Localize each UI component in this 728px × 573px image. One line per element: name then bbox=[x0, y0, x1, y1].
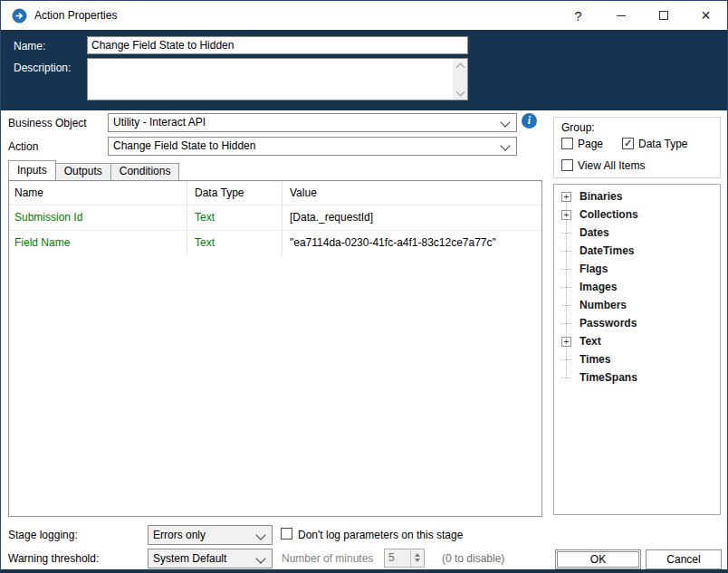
tree-item-images[interactable]: Images bbox=[554, 279, 720, 297]
minutes-stepper[interactable]: 5 bbox=[384, 549, 425, 568]
name-input[interactable] bbox=[87, 36, 468, 54]
spin-up-icon[interactable] bbox=[415, 553, 420, 557]
tree-item-collections[interactable]: + Collections bbox=[554, 206, 720, 224]
expand-icon[interactable]: + bbox=[561, 210, 571, 220]
dont-log-parameters-checkbox[interactable] bbox=[281, 528, 292, 540]
minimize-icon bbox=[617, 15, 626, 16]
tree-item-label: TimeSpans bbox=[580, 371, 637, 384]
help-icon: ? bbox=[574, 8, 581, 24]
page-checkbox[interactable] bbox=[561, 138, 573, 149]
window-controls: ? × bbox=[557, 1, 727, 30]
tree-item-label: Binaries bbox=[580, 190, 622, 203]
tree-item-label: Flags bbox=[580, 263, 608, 275]
dont-log-parameters-label: Don't log parameters on this stage bbox=[298, 529, 463, 541]
chevron-down-icon bbox=[455, 87, 465, 96]
tree-item-passwords[interactable]: Passwords bbox=[554, 315, 720, 333]
maximize-button[interactable] bbox=[642, 1, 685, 30]
window-title: Action Properties bbox=[34, 9, 117, 22]
table-row[interactable]: Submission Id Text [Data._requestId] bbox=[9, 205, 541, 230]
chevron-down-icon bbox=[255, 530, 265, 540]
data-items-tree: + Binaries + Collections Dates DateTimes… bbox=[553, 184, 721, 515]
stage-logging-value: Errors only bbox=[153, 529, 206, 541]
stage-logging-label: Stage logging: bbox=[8, 529, 78, 541]
info-icon[interactable]: i bbox=[522, 113, 537, 129]
action-value: Change Field State to Hidden bbox=[113, 139, 255, 152]
help-button[interactable]: ? bbox=[557, 1, 599, 30]
description-label: Description: bbox=[14, 62, 71, 74]
ok-button[interactable]: OK bbox=[555, 549, 641, 569]
tree-item-dates[interactable]: Dates bbox=[554, 224, 720, 243]
data-type-checkbox-label: Data Type bbox=[638, 138, 687, 150]
input-value[interactable]: [Data._requestId] bbox=[282, 205, 541, 230]
tab-inputs[interactable]: Inputs bbox=[8, 160, 56, 180]
stage-logging-dropdown[interactable]: Errors only bbox=[148, 525, 273, 545]
title-bar: Action Properties ? × bbox=[1, 1, 727, 30]
number-of-minutes-label: Number of minutes bbox=[282, 552, 373, 565]
close-button[interactable]: × bbox=[685, 1, 727, 30]
inputs-table: Name Data Type Value Submission Id Text … bbox=[8, 180, 542, 517]
action-dropdown[interactable]: Change Field State to Hidden bbox=[108, 137, 517, 156]
tree-connector bbox=[561, 269, 571, 270]
tree-item-label: DateTimes bbox=[580, 244, 634, 257]
disable-hint: (0 to disable) bbox=[442, 552, 504, 565]
column-header-datatype: Data Type bbox=[187, 181, 282, 205]
close-icon: × bbox=[701, 7, 711, 24]
tree-item-binaries[interactable]: + Binaries bbox=[554, 188, 720, 206]
scroll-down-button[interactable] bbox=[453, 85, 467, 100]
view-all-items-checkbox-label: View All Items bbox=[578, 159, 645, 172]
chevron-down-icon bbox=[255, 553, 265, 563]
view-all-items-checkbox[interactable] bbox=[561, 159, 573, 171]
expand-icon[interactable]: + bbox=[561, 337, 571, 347]
tab-strip: Inputs Outputs Conditions bbox=[8, 160, 178, 180]
page-checkbox-label: Page bbox=[578, 138, 603, 150]
warning-threshold-label: Warning threshold: bbox=[8, 552, 99, 565]
warning-threshold-value: System Default bbox=[153, 552, 226, 565]
input-name: Submission Id bbox=[9, 205, 187, 230]
tab-outputs[interactable]: Outputs bbox=[55, 163, 111, 180]
tree-item-label: Passwords bbox=[580, 317, 637, 329]
tree-connector bbox=[561, 377, 571, 378]
checkmark-icon: ✓ bbox=[623, 138, 633, 148]
action-properties-dialog: Action Properties ? × Name: Description:… bbox=[0, 0, 728, 573]
minimize-button[interactable] bbox=[599, 1, 642, 30]
description-scrollbar[interactable] bbox=[453, 59, 467, 100]
input-datatype: Text bbox=[187, 205, 282, 230]
spin-down-icon[interactable] bbox=[415, 559, 420, 562]
tree-connector bbox=[561, 359, 571, 360]
action-label: Action bbox=[8, 140, 38, 153]
description-input[interactable] bbox=[87, 58, 468, 100]
business-object-label: Business Object bbox=[8, 117, 87, 129]
tab-conditions[interactable]: Conditions bbox=[110, 163, 180, 180]
cancel-button[interactable]: Cancel bbox=[646, 549, 722, 569]
table-row[interactable]: Field Name Text "ea7114da-0230-41fc-a4f1… bbox=[9, 230, 541, 255]
expand-icon[interactable]: + bbox=[561, 192, 571, 202]
chevron-down-icon bbox=[500, 117, 510, 127]
column-header-name: Name bbox=[9, 181, 187, 205]
table-header: Name Data Type Value bbox=[9, 181, 541, 205]
chevron-down-icon bbox=[500, 140, 510, 150]
input-value[interactable]: "ea7114da-0230-41fc-a4f1-83c12ce7a77c" bbox=[282, 231, 541, 255]
tree-connector bbox=[561, 323, 571, 324]
tree-item-datetimes[interactable]: DateTimes bbox=[554, 243, 720, 261]
business-object-dropdown[interactable]: Utility - Interact API bbox=[108, 113, 517, 132]
tree-item-text[interactable]: + Text bbox=[554, 333, 720, 351]
tree-item-flags[interactable]: Flags bbox=[554, 261, 720, 279]
tree-item-times[interactable]: Times bbox=[554, 351, 720, 369]
input-name: Field Name bbox=[9, 231, 187, 255]
data-type-checkbox[interactable]: ✓ bbox=[622, 138, 634, 149]
minutes-value: 5 bbox=[388, 551, 395, 564]
tree-connector bbox=[561, 305, 571, 306]
stepper-buttons bbox=[410, 549, 424, 567]
tree-item-label: Numbers bbox=[580, 299, 627, 311]
tree-item-timespans[interactable]: TimeSpans bbox=[554, 369, 720, 387]
scroll-up-button[interactable] bbox=[453, 59, 467, 73]
input-datatype: Text bbox=[187, 231, 282, 255]
group-label: Group: bbox=[561, 121, 595, 134]
tree-item-numbers[interactable]: Numbers bbox=[554, 297, 720, 315]
tree-item-label: Text bbox=[580, 335, 601, 348]
name-label: Name: bbox=[14, 40, 45, 53]
warning-threshold-dropdown[interactable]: System Default bbox=[148, 549, 273, 568]
maximize-icon bbox=[659, 11, 668, 20]
tree-item-label: Collections bbox=[580, 208, 638, 221]
business-object-value: Utility - Interact API bbox=[113, 116, 206, 129]
